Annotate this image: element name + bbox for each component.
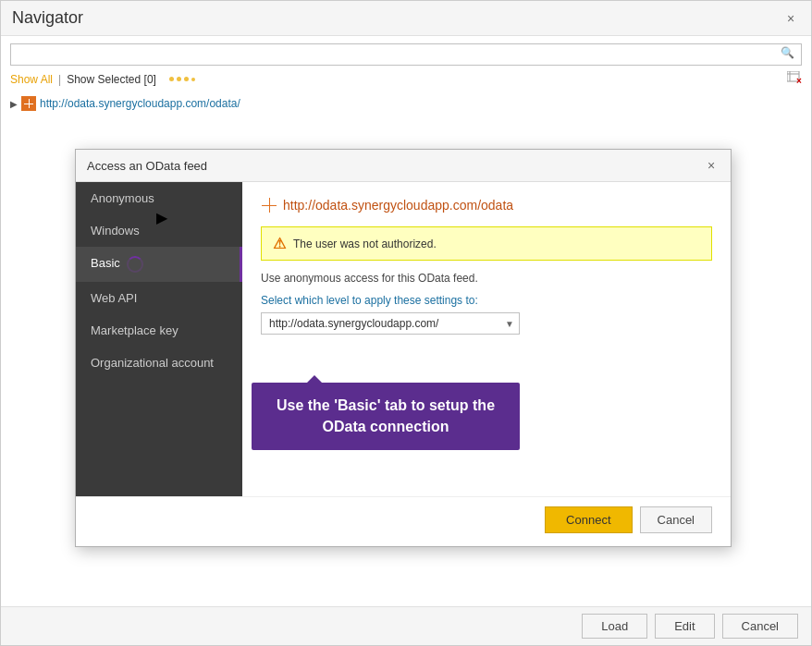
sidebar-item-basic[interactable]: Basic [76, 247, 242, 282]
odata-url-display: http://odata.synergycloudapp.com/odata [283, 198, 513, 213]
select-row: http://odata.synergycloudapp.com/ ▼ [261, 312, 712, 335]
info-text: Use anonymous access for this OData feed… [261, 272, 712, 285]
odata-dialog: Access an OData feed × Anonymous Windows… [75, 149, 732, 547]
sidebar-item-windows[interactable]: Windows [76, 214, 242, 247]
filter-separator: | [58, 73, 61, 86]
dialog-title: Access an OData feed [87, 159, 207, 173]
odata-feed-icon [261, 197, 277, 213]
show-all-link[interactable]: Show All [10, 73, 53, 86]
tree-item-row[interactable]: ▶ http://odata.synergycloudapp.com/odata… [1, 92, 811, 115]
sidebar-item-organizational-account[interactable]: Organizational account [76, 347, 242, 379]
dialog-content-area: http://odata.synergycloudapp.com/odata ⚠… [242, 182, 731, 496]
level-select[interactable]: http://odata.synergycloudapp.com/ [261, 312, 520, 335]
edit-button[interactable]: Edit [655, 614, 714, 639]
callout-tooltip: Use the 'Basic' tab to setup the OData c… [252, 383, 520, 450]
dot-3 [184, 77, 189, 81]
loading-spinner [127, 256, 143, 273]
sidebar-item-web-api-label: Web API [91, 291, 137, 305]
sidebar-item-anonymous-label: Anonymous [91, 191, 154, 205]
tree-expand-arrow: ▶ [10, 99, 18, 109]
window-title: Navigator [12, 8, 83, 28]
dot-1 [169, 77, 174, 81]
dialog-title-bar: Access an OData feed × [76, 150, 731, 182]
dialog-footer: Connect Cancel [76, 496, 731, 546]
callout-text: Use the 'Basic' tab to setup the OData c… [277, 397, 495, 433]
svg-text:×: × [796, 76, 802, 84]
warning-text: The user was not authorized. [293, 238, 437, 250]
show-selected-link[interactable]: Show Selected [0] [67, 73, 156, 86]
refresh-icon[interactable]: × [787, 71, 802, 87]
dialog-close-button[interactable]: × [703, 157, 720, 174]
load-button[interactable]: Load [582, 614, 647, 639]
odata-url-row: http://odata.synergycloudapp.com/odata [261, 197, 712, 213]
filter-bar: Show All | Show Selected [0] × [1, 69, 811, 92]
dialog-cancel-button[interactable]: Cancel [640, 506, 712, 533]
connect-button[interactable]: Connect [545, 506, 632, 533]
select-label-link: which level to apply these settings to: [295, 294, 478, 307]
dot-4 [191, 78, 195, 81]
sidebar-item-anonymous[interactable]: Anonymous [76, 182, 242, 214]
search-input[interactable] [10, 43, 802, 66]
sidebar-item-marketplace-key-label: Marketplace key [91, 323, 178, 337]
select-level-label: Select which level to apply these settin… [261, 294, 712, 307]
warning-box: ⚠ The user was not authorized. [261, 226, 712, 261]
sidebar-item-marketplace-key[interactable]: Marketplace key [76, 314, 242, 347]
sidebar-item-basic-label: Basic [91, 256, 120, 270]
dots-area [169, 77, 195, 81]
dialog-body: Anonymous Windows Basic Web API Marketpl… [76, 182, 731, 496]
warning-icon: ⚠ [273, 235, 286, 252]
search-icon: 🔍 [781, 46, 794, 59]
navigator-cancel-button[interactable]: Cancel [722, 614, 798, 639]
sidebar-item-web-api[interactable]: Web API [76, 282, 242, 314]
tree-item-icon [21, 96, 36, 111]
dot-2 [177, 77, 181, 81]
sidebar-item-organizational-account-label: Organizational account [91, 356, 214, 370]
window-close-button[interactable]: × [781, 9, 800, 28]
navigator-window: Navigator × 🔍 Show All | Show Selected [… [0, 0, 812, 646]
title-bar: Navigator × [1, 1, 811, 36]
sidebar-item-windows-label: Windows [91, 224, 140, 238]
search-container: 🔍 [1, 36, 811, 69]
select-label-prefix: Select [261, 294, 295, 307]
tree-item-label[interactable]: http://odata.synergycloudapp.com/odata/ [40, 97, 240, 110]
dialog-sidebar: Anonymous Windows Basic Web API Marketpl… [76, 182, 242, 496]
bottom-bar: Load Edit Cancel [1, 606, 811, 645]
